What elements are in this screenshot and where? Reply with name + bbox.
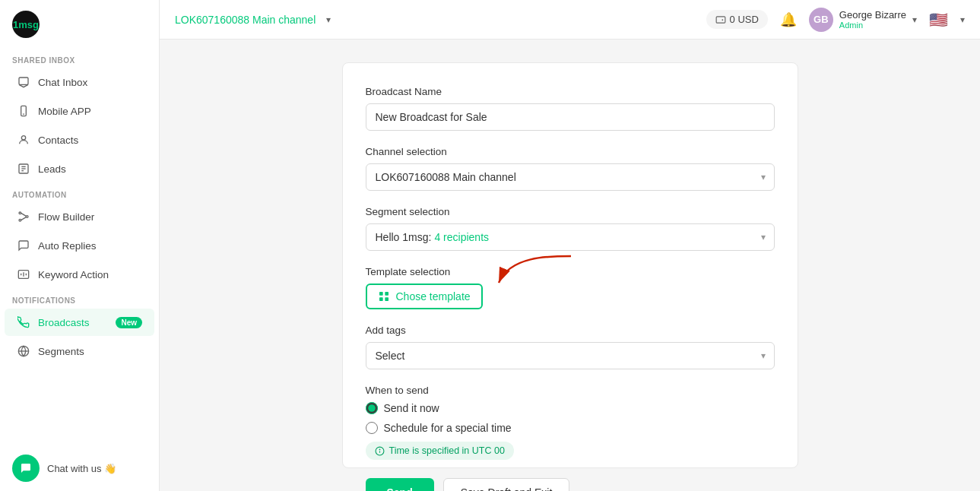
- sidebar-item-contacts[interactable]: Contacts: [5, 126, 154, 154]
- topbar-channel[interactable]: LOK607160088 Main channel: [175, 14, 316, 26]
- chat-widget-label: Chat with us 👋: [47, 463, 116, 474]
- sidebar-item-auto-replies[interactable]: Auto Replies: [5, 232, 154, 259]
- sidebar-item-flow-builder[interactable]: Flow Builder: [5, 203, 154, 230]
- svg-text:1msg: 1msg: [13, 19, 39, 30]
- sidebar: 1msg SHARED INBOX Chat Inbox Mobile APP …: [0, 0, 160, 491]
- svg-rect-26: [379, 297, 383, 301]
- wallet-badge: 0 USD: [706, 10, 768, 29]
- segment-selection-label: Segment selection: [366, 206, 775, 217]
- schedule-option[interactable]: Schedule for a special time: [366, 422, 775, 434]
- sidebar-item-chat-inbox[interactable]: Chat Inbox: [5, 68, 154, 96]
- main-area: LOK607160088 Main channel ▾ 0 USD 🔔 GB G…: [160, 0, 980, 491]
- user-name-area: George Bizarre Admin: [839, 9, 906, 30]
- notification-bell-icon[interactable]: 🔔: [780, 11, 797, 28]
- send-now-option[interactable]: Send it now: [366, 402, 775, 414]
- svg-rect-25: [385, 292, 389, 296]
- sidebar-item-mobile-app[interactable]: Mobile APP: [5, 97, 154, 125]
- keyword-action-icon: [17, 268, 30, 281]
- auto-replies-icon: [17, 239, 30, 252]
- chose-template-button[interactable]: Chose template: [366, 284, 483, 309]
- contacts-icon: [17, 133, 30, 147]
- segment-value-text: Hello 1msg:: [376, 231, 432, 243]
- broadcasts-badge: New: [116, 317, 142, 328]
- svg-line-13: [21, 213, 27, 216]
- wallet-amount: 0 USD: [730, 14, 759, 25]
- sidebar-item-segments[interactable]: Segments: [5, 337, 154, 365]
- send-now-radio[interactable]: [366, 402, 378, 414]
- broadcast-name-group: Broadcast Name: [366, 86, 775, 131]
- add-tags-label: Add tags: [366, 325, 775, 336]
- wallet-icon: [715, 14, 726, 25]
- user-role: Admin: [839, 21, 906, 30]
- svg-rect-2: [19, 78, 28, 84]
- content-area: Broadcast Name Channel selection LOK6071…: [160, 40, 980, 491]
- broadcast-name-input[interactable]: [366, 103, 775, 131]
- svg-rect-24: [379, 292, 383, 296]
- add-tags-group: Add tags Select ▾: [366, 325, 775, 369]
- chat-circle-icon: [12, 455, 40, 482]
- user-chevron-icon: ▾: [912, 14, 917, 25]
- save-draft-button[interactable]: Save Draft and Exit: [443, 478, 570, 491]
- avatar: GB: [809, 8, 833, 32]
- svg-point-12: [19, 219, 21, 221]
- topbar-chevron-icon: ▾: [326, 14, 331, 25]
- mobile-app-icon: [17, 104, 30, 118]
- svg-rect-27: [385, 297, 389, 301]
- logo-area: 1msg: [0, 0, 159, 49]
- broadcasts-icon: [17, 315, 30, 329]
- flow-builder-icon: [17, 210, 30, 223]
- channel-selection-label: Channel selection: [366, 146, 775, 157]
- flag-chevron-icon: ▾: [960, 14, 965, 25]
- template-selection-label: Template selection: [366, 266, 775, 277]
- svg-point-10: [19, 212, 21, 214]
- form-actions: Send Save Draft and Exit: [366, 478, 775, 491]
- broadcast-name-label: Broadcast Name: [366, 86, 775, 97]
- channel-select-wrapper: LOK607160088 Main channel ▾: [366, 163, 775, 191]
- segments-icon: [17, 344, 30, 358]
- template-selection-group: Template selection: [366, 266, 775, 309]
- flag-icon[interactable]: 🇺🇸: [929, 11, 948, 29]
- utc-note: Time is specified in UTC 00: [366, 442, 514, 460]
- schedule-radio[interactable]: [366, 422, 378, 434]
- svg-line-14: [21, 217, 27, 220]
- leads-icon: [17, 162, 30, 176]
- svg-point-5: [21, 136, 25, 140]
- segment-selection-group: Segment selection Hello 1msg: 4 recipien…: [366, 206, 775, 251]
- segment-recipients-text: 4 recipients: [434, 231, 489, 243]
- tags-select-wrapper: Select ▾: [366, 342, 775, 369]
- segment-select-display[interactable]: Hello 1msg: 4 recipients: [366, 223, 775, 251]
- svg-point-11: [26, 216, 28, 218]
- channel-selection-group: Channel selection LOK607160088 Main chan…: [366, 146, 775, 191]
- shared-inbox-label: SHARED INBOX: [0, 49, 159, 68]
- sidebar-item-keyword-action[interactable]: Keyword Action: [5, 261, 154, 288]
- tags-select[interactable]: Select: [366, 342, 775, 369]
- when-to-send-group: When to send Send it now Schedule for a …: [366, 385, 775, 460]
- template-grid-icon: [378, 290, 390, 303]
- info-icon: [375, 446, 385, 456]
- logo-icon: 1msg: [12, 11, 40, 38]
- send-time-radio-group: Send it now Schedule for a special time: [366, 402, 775, 434]
- user-name: George Bizarre: [839, 9, 906, 21]
- send-button[interactable]: Send: [366, 478, 434, 491]
- sidebar-item-leads[interactable]: Leads: [5, 155, 154, 182]
- form-card: Broadcast Name Channel selection LOK6071…: [342, 62, 798, 468]
- notifications-label: NOTIFICATIONS: [0, 289, 159, 308]
- topbar: LOK607160088 Main channel ▾ 0 USD 🔔 GB G…: [160, 0, 980, 40]
- chat-inbox-icon: [17, 75, 30, 89]
- channel-select[interactable]: LOK607160088 Main channel: [366, 163, 775, 191]
- sidebar-item-broadcasts[interactable]: Broadcasts New: [5, 309, 154, 336]
- chat-widget[interactable]: Chat with us 👋: [0, 445, 159, 491]
- topbar-right: 0 USD 🔔 GB George Bizarre Admin ▾ 🇺🇸 ▾: [706, 8, 965, 32]
- when-to-send-label: When to send: [366, 385, 775, 396]
- svg-rect-21: [716, 16, 725, 22]
- automation-label: AUTOMATION: [0, 183, 159, 202]
- user-info[interactable]: GB George Bizarre Admin ▾: [809, 8, 917, 32]
- segment-select-wrapper: Hello 1msg: 4 recipients ▾: [366, 223, 775, 251]
